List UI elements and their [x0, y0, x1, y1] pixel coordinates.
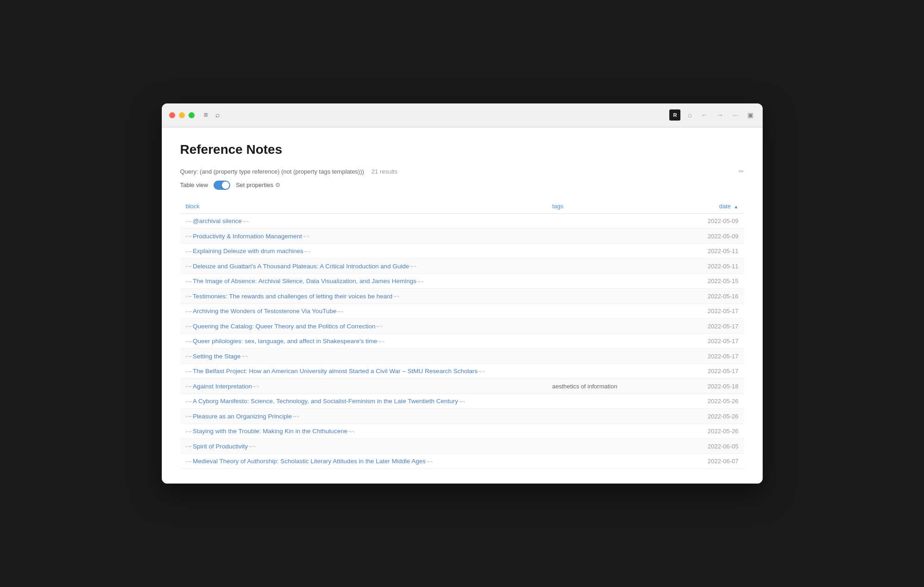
table-cell-date: 2022-05-17: [660, 363, 744, 379]
forward-icon[interactable]: →: [715, 110, 725, 120]
traffic-lights: [169, 112, 195, 118]
table-cell-block: ⌐Spirit of Productivity⌐: [180, 439, 547, 454]
maximize-button[interactable]: [189, 112, 195, 118]
bracket-close-icon: ⌐: [245, 218, 249, 224]
search-icon[interactable]: ⌕: [215, 111, 220, 119]
table-cell-date: 2022-05-11: [660, 243, 744, 259]
bracket-close-icon: ⌐: [396, 293, 399, 299]
block-link[interactable]: Productivity & Information Management: [190, 233, 306, 240]
date-value: 2022-05-11: [708, 248, 739, 254]
bracket-open-icon: ⌐: [186, 428, 189, 435]
block-link[interactable]: The Belfast Project: How an American Uni…: [190, 368, 481, 375]
table-row: ⌐Pleasure as an Organizing Principle⌐202…: [180, 409, 744, 424]
table-cell-date: 2022-06-07: [660, 454, 744, 469]
menu-icon[interactable]: ≡: [204, 111, 208, 119]
table-cell-block: ⌐The Belfast Project: How an American Un…: [180, 363, 547, 379]
table-row: ⌐The Image of Absence: Archival Silence,…: [180, 273, 744, 289]
more-icon[interactable]: ···: [731, 110, 740, 120]
set-properties-button[interactable]: Set properties ⚙: [236, 182, 281, 188]
table-row: ⌐Spirit of Productivity⌐2022-06-05: [180, 439, 744, 454]
table-cell-tags: [547, 349, 660, 364]
gear-icon: ⚙: [275, 182, 281, 188]
bracket-close-icon: ⌐: [256, 383, 259, 389]
block-link[interactable]: Medieval Theory of Authorship: Scholasti…: [190, 458, 429, 465]
close-button[interactable]: [169, 112, 175, 118]
bracket-close-icon: ⌐: [420, 278, 423, 284]
bracket-open-icon: ⌐: [186, 218, 189, 224]
minimize-button[interactable]: [179, 112, 185, 118]
header-row: block tags date ▲: [180, 199, 744, 214]
block-link[interactable]: @archival silence: [190, 218, 245, 224]
title-bar: ≡ ⌕ R ⌂ ← → ··· ▣: [162, 103, 763, 127]
bracket-open-icon: ⌐: [186, 248, 189, 254]
table-cell-tags: [547, 454, 660, 469]
page-title: Reference Notes: [180, 142, 744, 157]
table-row: ⌐Staying with the Trouble: Making Kin in…: [180, 424, 744, 439]
title-bar-controls: ≡ ⌕: [204, 111, 220, 119]
app-window: ≡ ⌕ R ⌂ ← → ··· ▣ Reference Notes Query:…: [162, 103, 763, 484]
table-cell-tags: [547, 289, 660, 304]
block-link[interactable]: Queering the Catalog: Queer Theory and t…: [190, 323, 379, 330]
bracket-close-icon: ⌐: [482, 368, 485, 375]
block-link[interactable]: Setting the Stage: [190, 353, 244, 360]
table-cell-block: ⌐A Cyborg Manifesto: Science, Technology…: [180, 393, 547, 409]
date-value: 2022-05-18: [708, 383, 739, 390]
table-cell-tags: [547, 259, 660, 274]
block-link[interactable]: Spirit of Productivity: [190, 443, 251, 450]
bracket-close-icon: ⌐: [306, 233, 309, 239]
bracket-open-icon: ⌐: [186, 263, 189, 269]
block-link[interactable]: Against Interpretation: [190, 383, 256, 390]
bracket-open-icon: ⌐: [186, 338, 189, 345]
table-view-toggle[interactable]: [214, 181, 230, 190]
home-icon[interactable]: ⌂: [686, 110, 693, 120]
query-results: 21 results: [372, 168, 398, 175]
sidebar-icon[interactable]: ▣: [746, 110, 755, 120]
col-header-block[interactable]: block: [180, 199, 547, 214]
table-controls: Table view Set properties ⚙: [180, 181, 744, 190]
block-link[interactable]: Deleuze and Guattari's A Thousand Platea…: [190, 263, 413, 270]
main-content: Reference Notes Query: (and (property ty…: [162, 127, 763, 484]
col-header-date[interactable]: date ▲: [660, 199, 744, 214]
bracket-close-icon: ⌐: [381, 338, 385, 345]
date-value: 2022-05-09: [708, 233, 739, 240]
table-cell-block: ⌐Explaining Deleuze with drum machines⌐: [180, 243, 547, 259]
title-bar-right: R ⌂ ← → ··· ▣: [669, 109, 755, 121]
sort-arrow-icon: ▲: [734, 204, 739, 209]
block-link[interactable]: A Cyborg Manifesto: Science, Technology,…: [190, 398, 462, 405]
table-cell-tags: [547, 363, 660, 379]
table-cell-tags: [547, 333, 660, 349]
table-cell-block: ⌐Pleasure as an Organizing Principle⌐: [180, 409, 547, 424]
col-header-tags[interactable]: tags: [547, 199, 660, 214]
table-cell-tags: [547, 319, 660, 334]
edit-query-icon[interactable]: ✏: [739, 168, 744, 175]
bracket-open-icon: ⌐: [186, 278, 189, 284]
block-link[interactable]: Staying with the Trouble: Making Kin in …: [190, 428, 351, 435]
block-link[interactable]: Testimonies: The rewards and challenges …: [190, 293, 396, 300]
table-cell-tags: [547, 409, 660, 424]
bracket-close-icon: ⌐: [340, 308, 343, 315]
table-cell-date: 2022-05-18: [660, 379, 744, 394]
bracket-open-icon: ⌐: [186, 293, 189, 299]
table-row: ⌐Testimonies: The rewards and challenges…: [180, 289, 744, 304]
bracket-open-icon: ⌐: [186, 233, 189, 239]
table-cell-date: 2022-05-09: [660, 213, 744, 229]
block-link[interactable]: Queer philologies: sex, language, and af…: [190, 338, 381, 345]
results-table: block tags date ▲ ⌐@archival silence⌐202…: [180, 199, 744, 469]
table-view-label: Table view: [180, 182, 208, 188]
date-value: 2022-05-26: [708, 398, 739, 405]
table-cell-date: 2022-05-17: [660, 333, 744, 349]
table-cell-tags: [547, 424, 660, 439]
bracket-close-icon: ⌐: [351, 428, 355, 435]
back-icon[interactable]: ←: [699, 110, 710, 120]
table-cell-block: ⌐Deleuze and Guattari's A Thousand Plate…: [180, 259, 547, 274]
block-link[interactable]: Archiving the Wonders of Testosterone Vi…: [190, 308, 340, 315]
table-cell-block: ⌐The Image of Absence: Archival Silence,…: [180, 273, 547, 289]
table-row: ⌐Setting the Stage⌐2022-05-17: [180, 349, 744, 364]
table-cell-date: 2022-05-26: [660, 424, 744, 439]
block-link[interactable]: The Image of Absence: Archival Silence, …: [190, 278, 420, 284]
table-row: ⌐Deleuze and Guattari's A Thousand Plate…: [180, 259, 744, 274]
table-cell-date: 2022-05-26: [660, 393, 744, 409]
table-cell-date: 2022-06-05: [660, 439, 744, 454]
block-link[interactable]: Pleasure as an Organizing Principle: [190, 413, 296, 420]
block-link[interactable]: Explaining Deleuze with drum machines: [190, 248, 307, 254]
